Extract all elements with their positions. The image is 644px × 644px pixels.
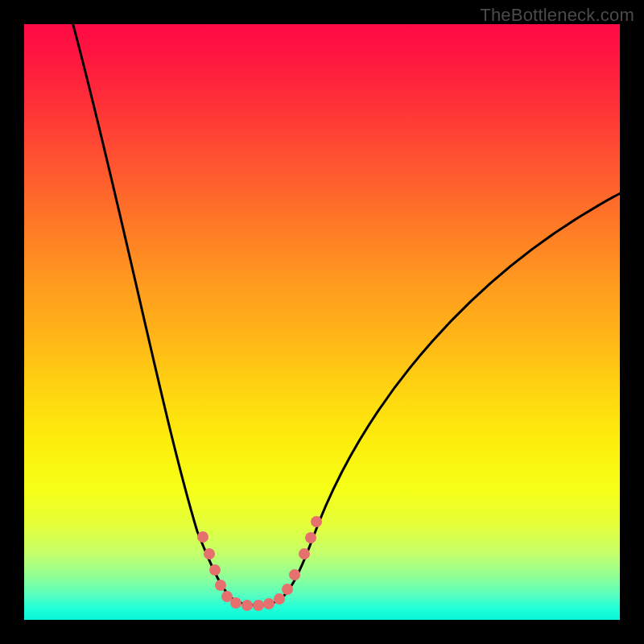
marker-dot [230,597,242,609]
plot-area [24,24,620,620]
marker-dot [197,531,208,543]
marker-dot [282,584,293,595]
marker-dot [305,532,316,543]
marker-dot [215,580,226,591]
marker-dot [204,548,215,559]
marker-dot [311,516,322,527]
bottleneck-curve [71,24,620,605]
chart-frame: TheBottleneck.com [0,0,644,644]
watermark-text: TheBottleneck.com [480,5,634,26]
marker-dot [242,600,253,611]
marker-dot [289,569,300,580]
marker-dot [274,593,285,605]
marker-dot [263,598,275,609]
marker-dot [253,600,264,611]
marker-dot [209,564,221,576]
curve-svg [24,24,620,620]
marker-dot [299,548,310,559]
